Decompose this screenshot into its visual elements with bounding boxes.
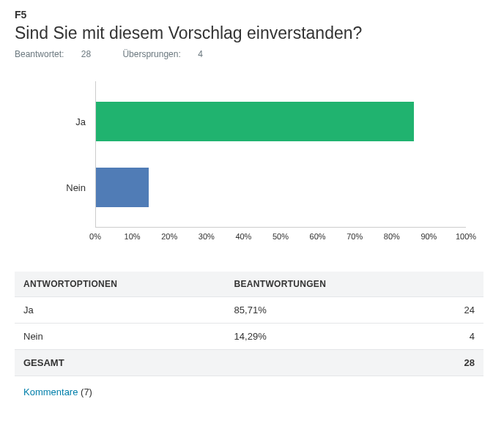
chart-category-label: Ja xyxy=(75,116,96,127)
chart-x-tick: 30% xyxy=(199,232,215,241)
comments-link[interactable]: Kommentare xyxy=(23,386,78,397)
chart-bar-row: Nein xyxy=(96,168,149,207)
chart-x-tick: 60% xyxy=(310,232,326,241)
table-cell-label: Nein xyxy=(15,324,226,350)
table-total-count: 28 xyxy=(432,350,483,376)
comments-line: Kommentare (7) xyxy=(15,386,483,397)
comments-count: (7) xyxy=(81,386,92,397)
results-table: ANTWORTOPTIONEN BEANTWORTUNGEN Ja85,71%2… xyxy=(15,272,483,376)
table-header-responses: BEANTWORTUNGEN xyxy=(226,272,432,297)
response-meta: Beantwortet: 28 Übersprungen: 4 xyxy=(15,49,483,59)
answered-label: Beantwortet: xyxy=(15,49,64,59)
skipped-value: 4 xyxy=(198,49,203,59)
table-row: Nein14,29%4 xyxy=(15,324,483,350)
answered-meta: Beantwortet: 28 xyxy=(15,49,108,59)
chart-x-tick: 90% xyxy=(420,232,437,241)
table-row: Ja85,71%24 xyxy=(15,297,483,324)
table-total-pct xyxy=(226,350,432,376)
table-header-count xyxy=(432,272,483,297)
table-header-row: ANTWORTOPTIONEN BEANTWORTUNGEN xyxy=(15,272,483,297)
chart-category-label: Nein xyxy=(66,182,96,193)
table-cell-count: 24 xyxy=(432,297,483,324)
table-cell-pct: 85,71% xyxy=(226,297,432,324)
table-total-row: GESAMT28 xyxy=(15,350,483,376)
table-cell-count: 4 xyxy=(432,324,483,350)
skipped-label: Übersprungen: xyxy=(122,49,180,59)
table-total-label: GESAMT xyxy=(15,350,226,376)
chart-x-tick: 50% xyxy=(273,232,289,241)
chart-x-tick: 0% xyxy=(89,232,101,241)
question-tag: F5 xyxy=(15,9,483,20)
chart-x-axis: 0%10%20%30%40%50%60%70%80%90%100% xyxy=(95,228,466,250)
table-cell-pct: 14,29% xyxy=(226,324,432,350)
chart-x-tick: 10% xyxy=(125,232,141,241)
table-header-options: ANTWORTOPTIONEN xyxy=(15,272,226,297)
chart-x-tick: 70% xyxy=(346,232,363,241)
answered-value: 28 xyxy=(81,49,91,59)
survey-question-card: F5 Sind Sie mit diesem Vorschlag einvers… xyxy=(0,0,504,437)
chart-bar xyxy=(96,168,149,207)
chart-x-tick: 20% xyxy=(161,232,177,241)
chart-area: JaNein 0%10%20%30%40%50%60%70%80%90%100% xyxy=(95,74,483,250)
chart-x-tick: 80% xyxy=(384,232,400,241)
skipped-meta: Übersprungen: 4 xyxy=(122,49,217,59)
chart-bar xyxy=(96,102,414,141)
chart-plot: JaNein xyxy=(95,81,466,228)
table-cell-label: Ja xyxy=(15,297,226,324)
chart-bar-row: Ja xyxy=(96,102,414,141)
chart-x-tick: 40% xyxy=(235,232,251,241)
chart-x-tick: 100% xyxy=(456,232,476,241)
question-title: Sind Sie mit diesem Vorschlag einverstan… xyxy=(15,23,483,43)
